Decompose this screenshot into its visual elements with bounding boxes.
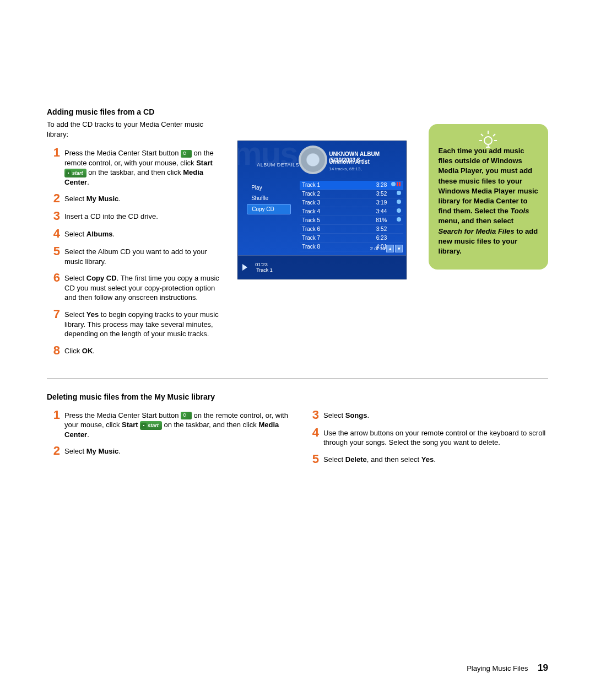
step-number: 8 <box>47 344 60 357</box>
step-item: 3Insert a CD into the CD drive. <box>47 210 226 222</box>
track-time: 3:52 <box>370 191 387 197</box>
step-body: Select Copy CD. The first time you copy … <box>64 272 226 303</box>
step-number: 1 <box>47 147 60 159</box>
section2-left-steps: 1Press the Media Center Start button on … <box>47 409 289 457</box>
step-number: 5 <box>306 453 319 465</box>
footer-time: 01:23 <box>255 262 273 267</box>
media-center-icon <box>181 412 192 419</box>
section-divider <box>47 379 548 379</box>
step-item: 2Select My Music. <box>47 192 226 204</box>
step-number: 6 <box>47 272 60 284</box>
pager-down-button[interactable]: ▼ <box>395 245 403 252</box>
track-row[interactable]: Track 43:44 <box>300 207 403 216</box>
track-status-icons <box>389 217 401 223</box>
step-number: 2 <box>47 192 60 204</box>
album-artist: Unknown Artist <box>329 159 370 165</box>
menu-copy-cd[interactable]: Copy CD <box>247 204 291 214</box>
track-status-icons <box>389 182 401 188</box>
track-time: 3:52 <box>370 226 387 232</box>
menu-shuffle[interactable]: Shuffle <box>247 193 291 203</box>
footer-page-number: 19 <box>538 663 548 673</box>
section2-right: 3Select Songs.4Use the arrow buttons on … <box>306 409 548 471</box>
step-item: 5Select the Album CD you want to add to … <box>47 245 226 266</box>
track-name: Track 3 <box>302 200 370 206</box>
track-row[interactable]: Track 581% <box>300 216 403 225</box>
cd-icon <box>299 146 327 174</box>
step-number: 1 <box>47 409 60 421</box>
start-button-icon: start <box>140 421 162 430</box>
menu-play[interactable]: Play <box>247 183 291 192</box>
track-list: Track 13:28Track 23:52Track 33:19Track 4… <box>300 181 403 251</box>
step-body: Select Albums. <box>64 228 226 239</box>
step-body: Press the Media Center Start button on t… <box>64 409 289 440</box>
track-row[interactable]: Track 63:52 <box>300 225 403 234</box>
page-footer: Playing Music Files 19 <box>467 663 548 674</box>
step-body: Insert a CD into the CD drive. <box>64 210 226 222</box>
step-number: 3 <box>306 409 319 421</box>
track-status-icons <box>389 235 401 241</box>
step-number: 3 <box>47 210 60 222</box>
track-status-icons <box>389 191 401 197</box>
track-name: Track 5 <box>302 217 370 223</box>
pager: 2 of 14 ▲ ▼ <box>370 245 403 252</box>
track-row[interactable]: Track 23:52 <box>300 190 403 198</box>
step-number: 2 <box>47 445 60 457</box>
tip-text-1: Each time you add music files outside of… <box>439 147 538 215</box>
track-row[interactable]: Track 13:28 <box>300 181 403 190</box>
step-body: Select My Music. <box>64 445 289 456</box>
track-row[interactable]: Track 76:23 <box>300 234 403 243</box>
play-icon[interactable] <box>242 264 247 271</box>
pager-up-button[interactable]: ▲ <box>386 245 394 252</box>
album-details-label: ALBUM DETAILS <box>257 162 299 168</box>
footer-section-name: Playing Music Files <box>467 664 528 672</box>
section-adding-music: Adding music files from a CD To add the … <box>47 107 548 362</box>
section2-columns: 1Press the Media Center Start button on … <box>47 409 548 471</box>
pager-text: 2 of 14 <box>370 246 386 251</box>
tip-italic-2: Search for Media Files <box>439 227 515 235</box>
section1-title: Adding music files from a CD <box>47 107 226 116</box>
step-number: 4 <box>306 427 319 439</box>
track-name: Track 2 <box>302 191 370 197</box>
step-body: Select Songs. <box>323 409 548 421</box>
media-center-screenshot: mus ALBUM DETAILS UNKNOWN ALBUM (5/30/20… <box>237 141 407 279</box>
track-name: Track 6 <box>302 226 370 232</box>
step-item: 1Press the Media Center Start button on … <box>47 147 226 187</box>
media-center-icon <box>181 150 192 158</box>
tip-box: Each time you add music files outside of… <box>429 124 548 270</box>
step-item: 4Use the arrow buttons on your remote co… <box>306 427 548 448</box>
section1-intro: To add the CD tracks to your Media Cente… <box>47 120 226 139</box>
checkmark-icon <box>397 200 401 204</box>
section2-left: 1Press the Media Center Start button on … <box>47 409 289 471</box>
step-body: Use the arrow buttons on your remote con… <box>323 427 548 448</box>
track-time: 3:44 <box>370 208 387 214</box>
section1-text-column: Adding music files from a CD To add the … <box>47 107 226 362</box>
track-status-icons <box>389 200 401 206</box>
step-number: 4 <box>47 228 60 240</box>
checkmark-icon <box>397 191 401 195</box>
track-status-icons <box>389 226 401 232</box>
step-body: Select Yes to begin copying tracks to yo… <box>64 308 226 339</box>
tip-text-2: menu, and then select <box>439 217 514 225</box>
step-item: 8Click OK. <box>47 344 226 357</box>
svg-point-0 <box>484 137 492 144</box>
step-item: 6Select Copy CD. The first time you copy… <box>47 272 226 303</box>
svg-line-4 <box>481 134 483 136</box>
footer-block: 01:23 Track 1 <box>253 262 273 273</box>
step-item: 4Select Albums. <box>47 228 226 240</box>
track-name: Track 4 <box>302 208 370 214</box>
equalizer-icon <box>397 182 401 186</box>
step-item: 1Press the Media Center Start button on … <box>47 409 289 440</box>
checkmark-icon <box>397 208 401 213</box>
document-page: Adding music files from a CD To add the … <box>0 0 595 700</box>
start-button-icon: start <box>64 169 86 177</box>
track-time: 6:23 <box>370 235 387 241</box>
step-body: Select Delete, and then select Yes. <box>323 453 548 465</box>
track-status-icons <box>389 208 401 214</box>
track-time: 3:28 <box>370 182 387 188</box>
track-row[interactable]: Track 33:19 <box>300 198 403 207</box>
footer-track: Track 1 <box>256 267 273 273</box>
step-item: 7Select Yes to begin copying tracks to y… <box>47 308 226 339</box>
step-body: Click OK. <box>64 344 226 356</box>
step-body: Press the Media Center Start button on t… <box>64 147 226 187</box>
section2-title: Deleting music files from the My Music l… <box>47 392 548 401</box>
